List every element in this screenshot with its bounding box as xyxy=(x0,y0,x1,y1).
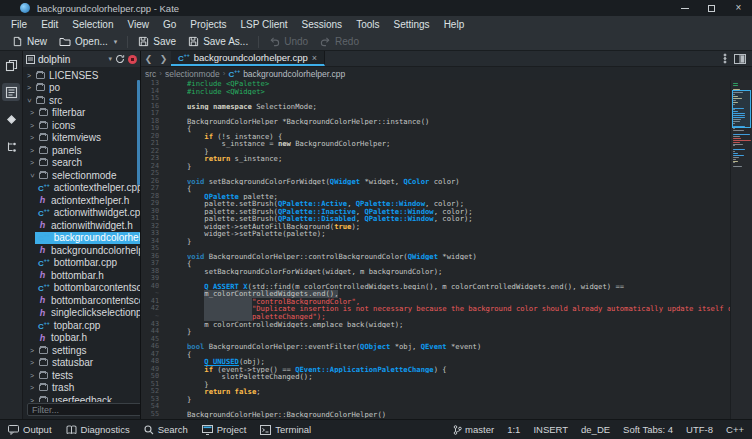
menu-item-lsp-client[interactable]: LSP Client xyxy=(233,19,294,30)
project-selector[interactable]: dolphin xyxy=(38,54,105,65)
code-line[interactable]: 14#include <QWidget> xyxy=(141,88,752,96)
code-line[interactable]: 39 xyxy=(141,275,752,283)
tree-item-singleclickselectionproxy-[interactable]: hsingleclickselectionproxy... xyxy=(23,307,140,320)
code-line[interactable]: 25 xyxy=(141,170,752,178)
chevron-collapsed-icon[interactable]: > xyxy=(25,84,33,91)
documents-toolview-button[interactable] xyxy=(2,56,20,74)
menu-item-selection[interactable]: Selection xyxy=(65,19,120,30)
code-line[interactable]: 17 xyxy=(141,110,752,118)
status-item-insert[interactable]: INSERT xyxy=(533,424,568,435)
refresh-button[interactable] xyxy=(115,54,125,64)
close-button[interactable]: × xyxy=(725,0,752,16)
code-line[interactable]: 34} xyxy=(141,238,752,246)
code-line[interactable]: 19{ xyxy=(141,125,752,133)
menu-item-projects[interactable]: Projects xyxy=(183,19,233,30)
menu-item-go[interactable]: Go xyxy=(156,19,183,30)
code-line[interactable]: 52 return false; xyxy=(141,388,752,396)
code-line[interactable]: 44} xyxy=(141,328,752,336)
tree-item-po[interactable]: >po xyxy=(23,82,140,95)
tree-item-bottombar-cpp[interactable]: C++bottombar.cpp xyxy=(23,257,140,270)
code-line[interactable]: 55BackgroundColorHelper::BackgroundColor… xyxy=(141,411,752,419)
code-line[interactable]: 36void BackgroundColorHelper::controlBac… xyxy=(141,253,752,261)
tree-item-backgroundcolorhelper-c-[interactable]: C++backgroundcolorhelper.c... xyxy=(23,232,140,245)
chevron-collapsed-icon[interactable]: > xyxy=(28,109,36,116)
bottombar-button-search[interactable]: Search xyxy=(144,424,188,435)
new-button[interactable]: New xyxy=(6,34,53,49)
chevron-collapsed-icon[interactable]: > xyxy=(28,134,36,141)
chevron-expanded-icon[interactable]: > xyxy=(29,171,36,179)
tree-item-settings[interactable]: >settings xyxy=(23,344,140,357)
code-line[interactable]: 31 palette.setBrush(QPalette::Disabled, … xyxy=(141,215,752,223)
red-status-badge[interactable] xyxy=(128,55,137,64)
status-item-c-[interactable]: C++ xyxy=(726,424,744,435)
tree-item-statusbar[interactable]: >statusbar xyxy=(23,357,140,370)
code-line[interactable]: 13#include <QPalette> xyxy=(141,80,752,88)
tab-close-icon[interactable]: × xyxy=(312,53,317,63)
tree-item-trash[interactable]: >trash xyxy=(23,382,140,395)
tree-item-topbar-cpp[interactable]: C++topbar.cpp xyxy=(23,319,140,332)
tree-item-src[interactable]: >src xyxy=(23,94,140,107)
tree-item-icons[interactable]: >icons xyxy=(23,119,140,132)
tab-backgroundcolorhelper[interactable]: C++ backgroundcolorhelper.cpp × xyxy=(171,51,325,66)
code-line[interactable]: 37{ xyxy=(141,260,752,268)
project-toolview-button[interactable] xyxy=(2,83,20,101)
chevron-collapsed-icon[interactable]: > xyxy=(25,72,33,79)
code-line[interactable]: 33 widget->setPalette(palette); xyxy=(141,230,752,238)
nav-forward-button[interactable]: ❯ xyxy=(156,51,171,66)
code-line[interactable]: 53} xyxy=(141,396,752,404)
chevron-collapsed-icon[interactable]: > xyxy=(28,159,36,166)
code-line[interactable]: 40 Q_ASSERT_X(std::find(m_colorControlle… xyxy=(141,283,752,291)
tree-item-licenses[interactable]: >LICENSES xyxy=(23,69,140,82)
minimap-scrollbar[interactable] xyxy=(730,80,752,419)
menu-item-sessions[interactable]: Sessions xyxy=(295,19,350,30)
menu-item-help[interactable]: Help xyxy=(437,19,472,30)
code-line[interactable]: 27{ xyxy=(141,185,752,193)
code-line[interactable]: 49 if (event->type() == QEvent::Applicat… xyxy=(141,366,752,374)
tree-item-bottombar-h[interactable]: hbottombar.h xyxy=(23,269,140,282)
tree-item-search[interactable]: >search xyxy=(23,157,140,170)
tree-item-topbar-h[interactable]: htopbar.h xyxy=(23,332,140,345)
open-button[interactable]: Open... ▾ xyxy=(53,34,123,49)
code-line[interactable]: 21 s_instance = new BackgroundColorHelpe… xyxy=(141,140,752,148)
code-line[interactable]: 23 return s_instance; xyxy=(141,155,752,163)
bottombar-button-output[interactable]: Output xyxy=(8,424,52,435)
maximize-button[interactable] xyxy=(698,0,725,16)
tree-item-tests[interactable]: >tests xyxy=(23,369,140,382)
code-line[interactable]: 48 Q_UNUSED(obj); xyxy=(141,358,752,366)
code-line[interactable]: 28 QPalette palette; xyxy=(141,193,752,201)
tree-item-actiontexthelper-cpp[interactable]: C++actiontexthelper.cpp xyxy=(23,182,140,195)
menu-item-view[interactable]: View xyxy=(121,19,157,30)
tree-item-userfeedback[interactable]: >userfeedback xyxy=(23,394,140,402)
code-line[interactable]: 30 palette.setBrush(QPalette::Inactive, … xyxy=(141,208,752,216)
bottombar-button-project[interactable]: Project xyxy=(202,424,247,435)
code-line[interactable]: 50 slotPaletteChanged(); xyxy=(141,373,752,381)
redo-button[interactable]: Redo xyxy=(314,34,365,49)
code-line[interactable]: 46bool BackgroundColorHelper::eventFilte… xyxy=(141,343,752,351)
code-line[interactable]: 45 xyxy=(141,336,752,344)
tree-item-panels[interactable]: >panels xyxy=(23,144,140,157)
undo-button[interactable]: Undo xyxy=(263,34,314,49)
code-line[interactable]: 41 "controlBackgroundColor", xyxy=(141,298,752,306)
menu-item-tools[interactable]: Tools xyxy=(349,19,386,30)
menu-item-settings[interactable]: Settings xyxy=(386,19,436,30)
chevron-collapsed-icon[interactable]: > xyxy=(28,347,36,354)
tree-item-bottombarcontentscont-[interactable]: C++bottombarcontentscont... xyxy=(23,282,140,295)
chevron-down-icon[interactable]: ▾ xyxy=(108,55,112,63)
minimize-button[interactable] xyxy=(671,0,698,16)
code-line[interactable]: 38 setBackgroundColorForWidget(widget, m… xyxy=(141,268,752,276)
chevron-collapsed-icon[interactable]: > xyxy=(28,122,36,129)
tree-item-actiontexthelper-h[interactable]: hactiontexthelper.h xyxy=(23,194,140,207)
status-item-de-de[interactable]: de_DE xyxy=(581,424,610,435)
code-line[interactable]: 51 } xyxy=(141,381,752,389)
status-item-soft-tabs-4[interactable]: Soft Tabs: 4 xyxy=(623,424,673,435)
nav-back-button[interactable]: ❮ xyxy=(141,51,156,66)
status-item-master[interactable]: master xyxy=(453,424,494,435)
code-line[interactable]: 20 if (!s_instance) { xyxy=(141,133,752,141)
breadcrumb-item[interactable]: src xyxy=(145,69,156,79)
chevron-collapsed-icon[interactable]: > xyxy=(28,147,36,154)
code-line[interactable]: 15 xyxy=(141,95,752,103)
tree-item-actionwithwidget-h[interactable]: hactionwithwidget.h xyxy=(23,219,140,232)
chevron-collapsed-icon[interactable]: > xyxy=(28,359,36,366)
code-line[interactable]: 32 widget->setAutoFillBackground(true); xyxy=(141,223,752,231)
tab-bar-menu-icon[interactable] xyxy=(723,53,727,64)
